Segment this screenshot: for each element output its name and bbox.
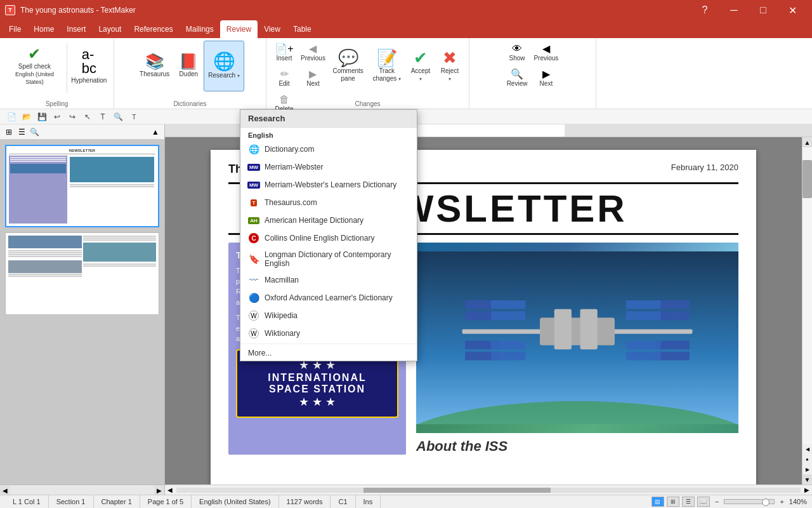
- hscroll-left[interactable]: ◀: [165, 485, 175, 495]
- menu-item-american-heritage[interactable]: AH American Heritage Dictionary: [240, 211, 417, 229]
- zoom-slider[interactable]: [724, 499, 775, 504]
- hyphenation-button[interactable]: a-bc Hyphenation: [70, 41, 108, 91]
- view-outline[interactable]: ☰: [682, 497, 695, 507]
- previous-review-button[interactable]: ◀ Previous: [531, 41, 561, 65]
- sidebar-hscroll-left[interactable]: ◀: [0, 485, 10, 495]
- longman-icon: 🔖: [248, 253, 259, 265]
- hscroll-track[interactable]: [176, 488, 801, 493]
- research-button[interactable]: 🌐 Research ▾: [204, 41, 244, 91]
- status-language: English (United States): [192, 495, 279, 508]
- review-btn[interactable]: 🔍 Review: [504, 66, 530, 90]
- menu-view[interactable]: View: [258, 20, 287, 38]
- help-button[interactable]: ?: [690, 0, 719, 20]
- research-menu-divider: [240, 344, 417, 344]
- menu-item-wikipedia[interactable]: W Wikipedia: [240, 307, 417, 324]
- menu-review[interactable]: Review: [220, 20, 258, 38]
- insert-label: Insert: [276, 55, 292, 62]
- zoom-thumb[interactable]: [762, 498, 769, 506]
- comments-label: Comments pane: [332, 67, 363, 83]
- sidebar-hscroll-track[interactable]: [10, 485, 154, 495]
- view-web[interactable]: ⊞: [667, 497, 679, 507]
- menu-item-thesaurus-com[interactable]: T Thesaurus.com: [240, 194, 417, 211]
- page-thumb-1[interactable]: NEWSLETTER: [5, 145, 159, 227]
- qa-undo[interactable]: ↩: [51, 110, 63, 123]
- qa-open[interactable]: 📂: [20, 110, 33, 123]
- view-normal[interactable]: ▤: [652, 497, 664, 507]
- sidebar-search-btn[interactable]: 🔍: [29, 127, 39, 137]
- menu-item-collins[interactable]: C Collins Online English Dictionary: [240, 229, 417, 247]
- svg-rect-11: [491, 311, 525, 320]
- menu-item-oxford[interactable]: 🔵 Oxford Advanced Learner's Dictionary: [240, 289, 417, 307]
- edit-button[interactable]: ✏ Edit: [272, 66, 297, 90]
- spell-label: Spell check English (United States): [9, 63, 60, 86]
- spell-check-button[interactable]: ✔ Spell check English (United States): [5, 41, 64, 91]
- qa-redo[interactable]: ↪: [66, 110, 79, 123]
- scroll-prev-page[interactable]: ◀: [802, 444, 812, 454]
- menu-item-macmillan[interactable]: 〰 Macmillan: [240, 271, 417, 289]
- zoom-plus[interactable]: +: [780, 498, 783, 505]
- prev-review-label: Previous: [534, 55, 558, 62]
- menu-home[interactable]: Home: [27, 20, 60, 38]
- svg-rect-13: [491, 352, 525, 361]
- qa-zoom-out[interactable]: 🔍: [112, 110, 124, 123]
- accept-button[interactable]: ✔ Accept ▾: [407, 41, 435, 91]
- sidebar-layout-btn2[interactable]: ☰: [16, 127, 27, 137]
- more-button[interactable]: More...: [240, 345, 417, 361]
- oxford-label: Oxford Advanced Learner's Dictionary: [265, 293, 393, 302]
- review-icon: 🔍: [511, 69, 523, 79]
- menu-item-longman[interactable]: 🔖 Longman Dictionary of Contemporary Eng…: [240, 247, 417, 271]
- qa-text[interactable]: T: [96, 110, 109, 123]
- menu-item-dictionary-com[interactable]: 🌐 Dictionary.com: [240, 140, 417, 158]
- next-review-button[interactable]: ▶ Next: [531, 66, 561, 90]
- hscroll-thumb[interactable]: [363, 488, 551, 493]
- zoom-minus[interactable]: −: [715, 498, 719, 505]
- next-review-icon: ▶: [542, 69, 550, 79]
- page-thumb-2[interactable]: [5, 232, 159, 315]
- scroll-nav[interactable]: ●: [802, 454, 812, 464]
- previous-track-button[interactable]: ◀ Previous: [298, 41, 328, 65]
- sidebar-scroll-up[interactable]: ▲: [150, 127, 160, 137]
- scroll-thumb[interactable]: [802, 160, 812, 198]
- next-track-button[interactable]: ▶ Next: [298, 66, 328, 90]
- reject-button[interactable]: ✖ Reject ▾: [436, 41, 464, 91]
- view-reading[interactable]: 📖: [697, 497, 710, 507]
- prev-next-review: ◀ Previous ▶ Next: [531, 41, 561, 100]
- track-changes-button[interactable]: 📝 Track changes ▾: [368, 41, 405, 91]
- maximize-button[interactable]: □: [749, 0, 778, 20]
- ah-icon: AH: [248, 215, 259, 226]
- hscroll-right[interactable]: ▶: [802, 485, 812, 495]
- menu-insert[interactable]: Insert: [60, 20, 92, 38]
- menu-item-wiktionary[interactable]: W Wiktionary: [240, 324, 417, 342]
- thesaurus-button[interactable]: 📚 Thesaurus: [136, 41, 173, 91]
- scroll-next-page[interactable]: ▶: [802, 464, 812, 474]
- qa-save[interactable]: 💾: [36, 110, 48, 123]
- menu-item-merriam-learners[interactable]: MW Merriam-Webster's Learners Dictionary: [240, 176, 417, 194]
- qa-cursor[interactable]: ↖: [81, 110, 94, 123]
- comments-pane-button[interactable]: 💬 Comments pane: [329, 41, 367, 91]
- menu-item-merriam-webster[interactable]: MW Merriam-Webster: [240, 158, 417, 176]
- sidebar: ⊞ ☰ 🔍 ▲ NEWSLETTER: [0, 124, 165, 495]
- svg-rect-19: [626, 311, 660, 320]
- close-button[interactable]: ✕: [778, 0, 807, 20]
- wikipedia-icon: W: [248, 310, 259, 321]
- minimize-button[interactable]: ─: [719, 0, 749, 20]
- sidebar-hscroll-right[interactable]: ▶: [154, 485, 164, 495]
- menu-layout[interactable]: Layout: [92, 20, 128, 38]
- menu-file[interactable]: File: [3, 20, 27, 38]
- qa-new[interactable]: 📄: [5, 110, 18, 123]
- show-button[interactable]: 👁 Show: [504, 41, 530, 65]
- menu-table[interactable]: Table: [287, 20, 318, 38]
- scroll-up-button[interactable]: ▲: [802, 137, 812, 147]
- scroll-track[interactable]: [802, 147, 812, 444]
- duden-button[interactable]: 📕 Duden: [174, 41, 202, 91]
- svg-rect-3: [540, 318, 615, 345]
- thesaurus-label: Thesaurus: [140, 70, 169, 78]
- menu-references[interactable]: References: [128, 20, 179, 38]
- spelling-buttons: ✔ Spell check English (United States) a-…: [5, 41, 108, 106]
- menu-mailings[interactable]: Mailings: [180, 20, 220, 38]
- app-icon: T: [5, 5, 15, 15]
- insert-button[interactable]: 📄+ Insert: [272, 41, 297, 65]
- sidebar-layout-btn1[interactable]: ⊞: [4, 127, 14, 137]
- show-label: Show: [509, 55, 525, 62]
- scroll-down-button[interactable]: ▼: [802, 474, 812, 485]
